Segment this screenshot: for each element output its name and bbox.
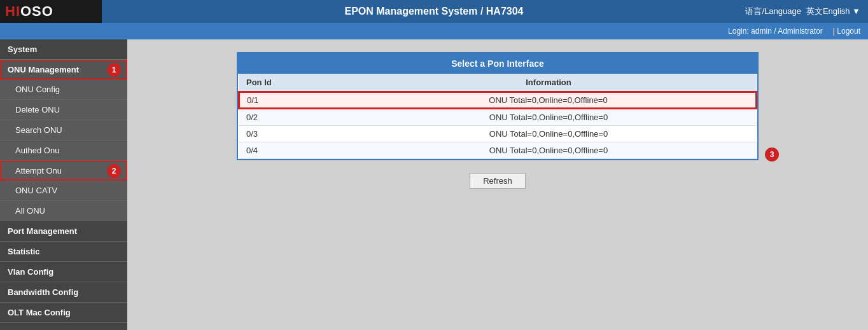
pon-id-cell: 0/2 <box>239 109 340 126</box>
info-cell: ONU Total=0,Online=0,Offline=0 <box>340 126 757 142</box>
table-row[interactable]: 0/2ONU Total=0,Online=0,Offline=0 <box>239 109 757 126</box>
header-lang: 语言/Language 英文English ▼ <box>745 0 868 23</box>
sidebar-item-authed-onu[interactable]: Authed Onu <box>0 141 127 161</box>
pon-id-cell: 0/1 <box>239 92 340 109</box>
sidebar-item-system[interactable]: System <box>0 39 127 60</box>
sidebar: System ONU Management 1 ONU Config Delet… <box>0 39 127 330</box>
refresh-area: Refresh <box>140 173 855 189</box>
sidebar-item-delete-onu[interactable]: Delete ONU <box>0 100 127 120</box>
table-row[interactable]: 0/3ONU Total=0,Online=0,Offline=0 <box>239 126 757 142</box>
sidebar-item-all-onu[interactable]: All ONU <box>0 201 127 221</box>
login-info: Login: admin / Administrator <box>728 27 823 36</box>
header-title: EPON Management System / HA7304 <box>345 6 524 17</box>
badge-1: 1 <box>107 63 121 77</box>
sidebar-item-olt-mac-config[interactable]: OLT Mac Config <box>0 303 127 323</box>
pon-id-cell: 0/3 <box>239 126 340 142</box>
table-row[interactable]: 0/4ONU Total=0,Online=0,Offline=0 <box>239 142 757 159</box>
sidebar-item-attempt-onu[interactable]: Attempt Onu 2 <box>0 161 127 181</box>
sidebar-item-bandwidth-config[interactable]: Bandwidth Config <box>0 282 127 303</box>
main-layout: System ONU Management 1 ONU Config Delet… <box>0 39 868 330</box>
content-area: Select a Pon Interface Pon Id Informatio… <box>127 39 868 330</box>
sidebar-item-search-onu[interactable]: Search ONU <box>0 120 127 141</box>
sidebar-item-vlan-config[interactable]: Vlan Config <box>0 262 127 282</box>
pon-table: Pon Id Information 0/1ONU Total=0,Online… <box>238 74 757 159</box>
sidebar-item-onu-config[interactable]: ONU Config <box>0 79 127 100</box>
sidebar-item-onu-catv[interactable]: ONU CATV <box>0 181 127 201</box>
header-bottom: Login: admin / Administrator | Logout <box>0 23 868 39</box>
refresh-button[interactable]: Refresh <box>470 173 526 189</box>
table-header-row: Pon Id Information <box>239 74 757 92</box>
logo-oso: OSO <box>20 3 53 19</box>
logout-link[interactable]: | Logout <box>833 27 860 36</box>
logo-hi: HI <box>5 3 20 19</box>
col-pon-id: Pon Id <box>239 74 340 92</box>
logo: HIOSO <box>0 0 102 23</box>
col-information: Information <box>340 74 757 92</box>
pon-interface-panel: Select a Pon Interface Pon Id Informatio… <box>237 52 759 160</box>
badge-3: 3 <box>765 148 779 162</box>
badge-2: 2 <box>107 164 121 178</box>
info-cell: ONU Total=0,Online=0,Offline=0 <box>340 142 757 159</box>
info-cell: ONU Total=0,Online=0,Offline=0 <box>340 92 757 109</box>
pon-table-title: Select a Pon Interface <box>238 53 757 74</box>
sidebar-item-onu-management[interactable]: ONU Management 1 <box>0 60 127 79</box>
info-cell: ONU Total=0,Online=0,Offline=0 <box>340 109 757 126</box>
sidebar-item-port-management[interactable]: Port Management <box>0 221 127 242</box>
header-top: HIOSO EPON Management System / HA7304 语言… <box>0 0 868 23</box>
language-label: 语言/Language <box>745 6 801 17</box>
logo-text: HIOSO <box>5 3 53 20</box>
pon-id-cell: 0/4 <box>239 142 340 159</box>
table-row[interactable]: 0/1ONU Total=0,Online=0,Offline=0 <box>239 92 757 109</box>
sidebar-item-statistic[interactable]: Statistic <box>0 242 127 262</box>
language-value[interactable]: 英文English ▼ <box>806 6 860 17</box>
sidebar-item-port-aggregation[interactable]: Port Aggregration <box>0 323 127 330</box>
